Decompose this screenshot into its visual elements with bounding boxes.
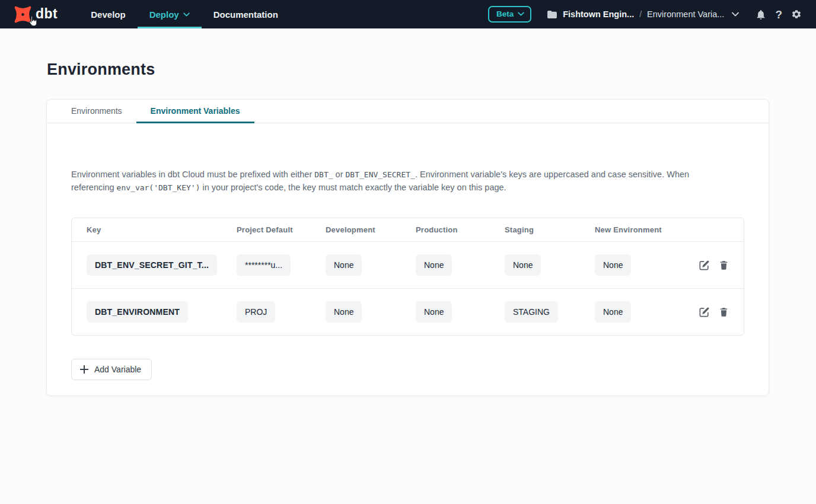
beta-label: Beta — [496, 9, 514, 18]
chevron-down-icon — [518, 12, 524, 16]
tabbar: Environments Environment Variables — [47, 100, 769, 123]
code-dbt-prefix: DBT_ — [314, 170, 333, 179]
gear-icon — [791, 9, 802, 20]
table-header-row: Key Project Default Development Producti… — [72, 218, 744, 241]
chevron-down-icon — [732, 12, 739, 17]
dbt-logo[interactable]: dbt — [0, 0, 58, 28]
table-row: DBT_ENVIRONMENT PROJ None None STAGING N… — [72, 288, 744, 335]
help-button[interactable]: ? — [775, 9, 782, 20]
var-staging-pill: STAGING — [505, 301, 558, 323]
code-dbt-env-secret-prefix: DBT_ENV_SECRET_ — [346, 170, 415, 179]
description-segment: in your project's code, the key must mat… — [200, 183, 506, 192]
var-production-pill: None — [416, 301, 452, 323]
tab-label: Environments — [71, 106, 122, 116]
env-variables-table: Key Project Default Development Producti… — [71, 218, 744, 336]
row-actions — [699, 260, 729, 271]
nav-item-deploy[interactable]: Deploy — [138, 0, 202, 28]
bell-icon — [756, 9, 766, 20]
navbar-right: Beta Fishtown Engin... / Environment Var… — [488, 0, 816, 28]
delete-variable-button[interactable] — [719, 260, 729, 270]
tab-environment-variables[interactable]: Environment Variables — [136, 100, 254, 123]
code-env-var: env_var('DBT_KEY') — [117, 183, 200, 192]
folder-icon — [547, 10, 557, 19]
col-header-production: Production — [416, 225, 505, 234]
description-segment: or — [333, 170, 346, 179]
var-new-environment-pill: None — [595, 254, 631, 276]
tab-label: Environment Variables — [151, 106, 240, 116]
table-row: DBT_ENV_SECRET_GIT_T... ********u... Non… — [72, 241, 744, 288]
var-new-environment-pill: None — [595, 301, 631, 323]
navbar-icons: ? — [756, 9, 802, 20]
description-text: Environment variables in dbt Cloud must … — [71, 168, 691, 194]
row-actions — [699, 307, 729, 318]
edit-icon — [699, 260, 710, 271]
add-variable-label: Add Variable — [94, 365, 141, 374]
var-production-pill: None — [416, 254, 452, 276]
plus-icon — [80, 365, 88, 374]
nav-item-label: Documentation — [213, 9, 278, 20]
var-staging-pill: None — [505, 254, 541, 276]
col-header-new-environment: New Environment — [595, 225, 685, 234]
breadcrumb-separator: / — [639, 9, 642, 19]
environments-card: Environments Environment Variables Envir… — [46, 99, 769, 396]
breadcrumb-project[interactable]: Fishtown Engin... — [563, 9, 634, 19]
beta-dropdown[interactable]: Beta — [488, 6, 531, 23]
page-title: Environments — [47, 60, 816, 79]
edit-variable-button[interactable] — [699, 260, 710, 271]
logo-text: dbt — [36, 6, 58, 22]
nav-item-label: Develop — [91, 9, 125, 20]
hand-pointer-icon — [28, 15, 38, 27]
description-segment: Environment variables in dbt Cloud must … — [71, 170, 314, 179]
var-project-default-pill: PROJ — [237, 301, 275, 323]
add-variable-button[interactable]: Add Variable — [71, 359, 152, 380]
question-icon: ? — [775, 9, 782, 20]
trash-icon — [719, 307, 729, 317]
var-development-pill: None — [326, 301, 362, 323]
settings-button[interactable] — [791, 9, 802, 20]
breadcrumb-chevron[interactable] — [732, 12, 739, 17]
edit-variable-button[interactable] — [699, 307, 710, 318]
nav-item-documentation[interactable]: Documentation — [202, 0, 290, 28]
delete-variable-button[interactable] — [719, 307, 729, 317]
chevron-down-icon — [183, 12, 190, 17]
card-content: Environment variables in dbt Cloud must … — [47, 123, 769, 395]
var-development-pill: None — [326, 254, 362, 276]
breadcrumb: Fishtown Engin... / Environment Varia... — [547, 9, 739, 19]
col-header-staging: Staging — [505, 225, 595, 234]
nav-item-label: Deploy — [149, 9, 179, 20]
notifications-button[interactable] — [756, 9, 766, 20]
top-navbar: dbt Develop Deploy Documentation Beta Fi… — [0, 0, 816, 28]
col-header-key: Key — [87, 225, 237, 234]
tab-environments[interactable]: Environments — [57, 100, 136, 123]
trash-icon — [719, 260, 729, 270]
var-project-default-pill: ********u... — [237, 254, 291, 276]
col-header-development: Development — [326, 225, 416, 234]
col-header-project-default: Project Default — [237, 225, 326, 234]
breadcrumb-page[interactable]: Environment Varia... — [647, 9, 724, 19]
var-key-pill: DBT_ENVIRONMENT — [87, 301, 188, 323]
main-nav: Develop Deploy Documentation — [79, 0, 290, 28]
edit-icon — [699, 307, 710, 318]
var-key-pill: DBT_ENV_SECRET_GIT_T... — [87, 254, 217, 276]
nav-item-develop[interactable]: Develop — [79, 0, 137, 28]
